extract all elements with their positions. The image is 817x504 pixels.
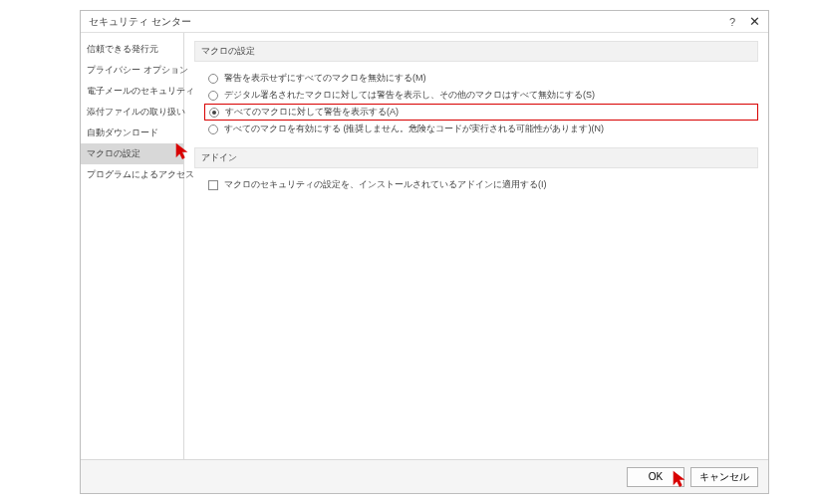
- sidebar-item-label: マクロの設定: [87, 148, 140, 158]
- option-label: 警告を表示せずにすべてのマクロを無効にする(M): [224, 72, 426, 85]
- macro-option-enable-all[interactable]: すべてのマクロを有効にする (推奨しません。危険なコードが実行される可能性があり…: [194, 121, 758, 137]
- sidebar-item-email-security[interactable]: 電子メールのセキュリティ: [81, 81, 183, 102]
- checkbox-label: マクロのセキュリティの設定を、インストールされているアドインに適用する(I): [224, 178, 547, 191]
- help-icon[interactable]: ?: [729, 16, 735, 28]
- sidebar-item-attachment-handling[interactable]: 添付ファイルの取り扱い: [81, 102, 183, 123]
- radio-icon: [208, 125, 218, 134]
- radio-icon: [208, 91, 218, 101]
- macro-option-warn-all[interactable]: すべてのマクロに対して警告を表示する(A): [204, 104, 758, 121]
- titlebar: セキュリティ センター ? ✕: [81, 11, 768, 33]
- sidebar-item-macro-settings[interactable]: マクロの設定: [81, 143, 183, 164]
- sidebar: 信頼できる発行元 プライバシー オプション 電子メールのセキュリティ 添付ファイ…: [81, 33, 184, 459]
- sidebar-item-trusted-publishers[interactable]: 信頼できる発行元: [81, 39, 183, 60]
- macro-option-disable-signed-warn[interactable]: デジタル署名されたマクロに対しては警告を表示し、その他のマクロはすべて無効にする…: [194, 87, 758, 104]
- cancel-button[interactable]: キャンセル: [690, 467, 758, 487]
- close-icon[interactable]: ✕: [745, 14, 764, 29]
- dialog-footer: OK キャンセル: [81, 459, 768, 493]
- macro-option-disable-no-warning[interactable]: 警告を表示せずにすべてのマクロを無効にする(M): [194, 70, 758, 87]
- section-addin-header: アドイン: [194, 147, 758, 168]
- window-controls: ? ✕: [729, 14, 764, 29]
- dialog-title: セキュリティ センター: [89, 15, 191, 29]
- content-pane: マクロの設定 警告を表示せずにすべてのマクロを無効にする(M) デジタル署名され…: [184, 33, 768, 459]
- sidebar-item-auto-download[interactable]: 自動ダウンロード: [81, 123, 183, 143]
- radio-icon: [208, 74, 218, 84]
- ok-button[interactable]: OK: [627, 467, 684, 487]
- radio-icon: [209, 108, 219, 118]
- option-label: デジタル署名されたマクロに対しては警告を表示し、その他のマクロはすべて無効にする…: [224, 89, 595, 102]
- dialog-body: 信頼できる発行元 プライバシー オプション 電子メールのセキュリティ 添付ファイ…: [81, 33, 768, 459]
- section-macro-header: マクロの設定: [194, 41, 758, 62]
- option-label: すべてのマクロに対して警告を表示する(A): [225, 106, 399, 119]
- option-label: すべてのマクロを有効にする (推奨しません。危険なコードが実行される可能性があり…: [224, 123, 604, 135]
- sidebar-item-programmatic-access[interactable]: プログラムによるアクセス: [81, 164, 183, 185]
- sidebar-item-privacy-options[interactable]: プライバシー オプション: [81, 60, 183, 81]
- addin-apply-macro-security[interactable]: マクロのセキュリティの設定を、インストールされているアドインに適用する(I): [194, 176, 758, 193]
- checkbox-icon: [208, 180, 218, 190]
- security-center-dialog: セキュリティ センター ? ✕ 信頼できる発行元 プライバシー オプション 電子…: [80, 10, 769, 494]
